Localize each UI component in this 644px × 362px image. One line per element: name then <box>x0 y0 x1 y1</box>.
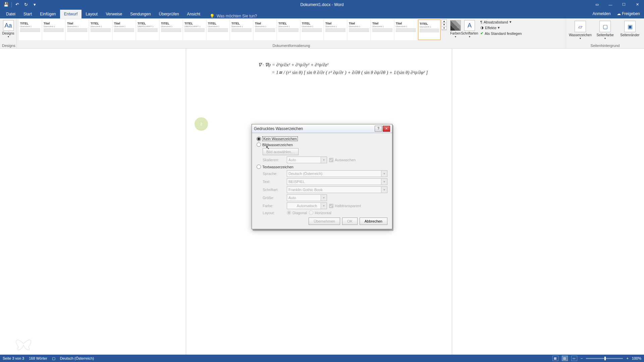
size-combo[interactable]: Auto▼ <box>287 194 327 201</box>
font-label: Schriftart: <box>263 188 285 192</box>
layout-diagonal-radio[interactable]: Diagonal <box>287 210 307 215</box>
ribbon-options-button[interactable]: ▭ <box>590 0 604 9</box>
tab-ueberpruefen[interactable]: Überprüfen <box>155 10 183 18</box>
radio-no-watermark[interactable] <box>257 137 261 141</box>
signin-link[interactable]: Anmelden <box>593 11 611 16</box>
fonts-icon: A <box>464 20 475 31</box>
radio-text-watermark[interactable] <box>257 165 261 169</box>
style-item[interactable]: TitelÜberschrift 1 <box>324 19 347 40</box>
select-picture-button[interactable]: Bild auswählen… <box>263 148 299 155</box>
ribbon: AaDesigns▾ Designs TITELÜberschrift 1Tit… <box>0 18 644 49</box>
apply-button[interactable]: Übernehmen <box>309 218 340 225</box>
zoom-level[interactable]: 100% <box>632 356 641 360</box>
semitransparent-checkbox[interactable]: Halbtransparent <box>329 204 361 208</box>
tell-me[interactable]: 💡Was möchten Sie tun? <box>204 14 257 18</box>
minimize-button[interactable]: — <box>604 0 617 9</box>
ribbon-right: Anmelden ☁ Freigeben <box>593 9 640 18</box>
close-button[interactable]: ✕ <box>631 0 644 9</box>
tab-sendungen[interactable]: Sendungen <box>126 10 155 18</box>
style-item[interactable]: TITELÜberschrift 1 <box>418 19 441 40</box>
dialog-close-button[interactable]: ✕ <box>383 126 390 132</box>
zoom-slider[interactable] <box>586 358 623 359</box>
dialog-title-bar[interactable]: Gedrucktes Wasserzeichen ? ✕ <box>252 124 392 133</box>
pageborders-button[interactable]: ▣Seitenränder <box>618 19 642 37</box>
gallery-scroll[interactable]: ▲▼▾ <box>441 19 447 30</box>
cancel-button[interactable]: Abbrechen <box>360 218 387 225</box>
style-item[interactable]: TITELÜberschrift 1 <box>160 19 182 40</box>
zoom-in-button[interactable]: + <box>626 356 628 360</box>
tab-ansicht[interactable]: Ansicht <box>183 10 204 18</box>
colors-button[interactable]: Farben▾ <box>449 19 462 38</box>
style-item[interactable]: TitelÜberschrift 1 <box>66 19 89 40</box>
watermark-dialog-wrap: Gedrucktes Wasserzeichen ? ✕ Kein Wasser… <box>252 124 392 229</box>
formula-block: ∇ · ∇ψ = ∂²ψ/∂x² + ∂²ψ/∂y² + ∂²ψ/∂z² = 1… <box>258 62 428 75</box>
style-item[interactable]: TITELÜBERSCHRIFT 1 <box>136 19 159 40</box>
butterfly-watermark-icon <box>13 335 34 352</box>
font-combo[interactable]: Franklin Gothic Book▼ <box>287 186 387 193</box>
view-read-button[interactable]: ▦ <box>552 356 558 361</box>
style-item[interactable]: TITELÜberschrift 1 <box>230 19 253 40</box>
style-item[interactable]: TitelÜberschrift 1 <box>113 19 136 40</box>
quick-access-toolbar: 💾 ↶ ↻ ▾ <box>0 1 38 8</box>
status-language[interactable]: Deutsch (Österreich) <box>60 356 94 360</box>
undo-button[interactable]: ↶ <box>14 1 20 8</box>
radio-picture-watermark[interactable] <box>257 142 261 147</box>
size-label: Größe: <box>263 196 285 200</box>
fonts-button[interactable]: ASchriftarten▾ <box>463 19 476 38</box>
style-item[interactable]: TitelÜberschrift 1 <box>254 19 276 40</box>
paragraph-spacing-button[interactable]: ¶ Absatzabstand ▾ <box>479 19 523 24</box>
view-print-button[interactable]: ▤ <box>562 356 568 361</box>
set-default-button[interactable]: ✔ Als Standard festlegen <box>479 31 523 36</box>
tab-layout[interactable]: Layout <box>82 10 102 18</box>
save-button[interactable]: 💾 <box>3 1 9 8</box>
watermark-button[interactable]: ▱Wasserzeichen▾ <box>568 19 592 40</box>
layout-horizontal-radio[interactable]: Horizontal <box>309 210 331 215</box>
tab-datei[interactable]: Datei <box>2 10 19 18</box>
chevron-down-icon: ▼ <box>381 171 387 177</box>
tab-start[interactable]: Start <box>19 10 36 18</box>
label-picture-watermark: Bildwasserzeichen <box>262 143 293 147</box>
tab-verweise[interactable]: Verweise <box>102 10 126 18</box>
ribbon-tabs: Datei Start Einfügen Entwurf Layout Verw… <box>0 9 644 18</box>
style-item[interactable]: TitelÜberschrift 1 <box>394 19 417 40</box>
pagecolor-icon: ▢ <box>599 21 611 32</box>
status-words[interactable]: 168 Wörter <box>29 356 47 360</box>
group-docformat-label: Dokumentformatierung <box>19 43 564 48</box>
redo-button[interactable]: ↻ <box>22 1 29 8</box>
label-text-watermark: Textwasserzeichen <box>262 165 293 169</box>
language-combo[interactable]: Deutsch (Österreich)▼ <box>287 170 387 177</box>
dialog-help-button[interactable]: ? <box>375 126 382 132</box>
pagecolor-button[interactable]: ▢Seitenfarbe▾ <box>593 19 617 40</box>
style-item[interactable]: TITELÜberschrift 1 <box>207 19 229 40</box>
style-item[interactable]: TitelÜberschrift 1 <box>42 19 65 40</box>
scale-combo[interactable]: Auto▼ <box>287 157 327 163</box>
highlight-marker: 2 <box>195 117 208 131</box>
text-combo[interactable]: BEISPIEL▼ <box>287 178 387 185</box>
style-item[interactable]: TitelÜberschrift 1 <box>347 19 370 40</box>
maximize-button[interactable]: ☐ <box>617 0 631 9</box>
effects-button[interactable]: ◑ Effekte ▾ <box>479 25 523 30</box>
ok-button[interactable]: OK <box>342 218 358 225</box>
qat-more-button[interactable]: ▾ <box>31 1 38 8</box>
color-combo[interactable]: Automatisch▼ <box>287 202 327 209</box>
share-button[interactable]: ☁ Freigeben <box>617 11 640 16</box>
view-web-button[interactable]: ▭ <box>571 356 577 361</box>
group-designs-label: Designs <box>2 43 14 48</box>
style-item[interactable]: TITELÜberschrift 1 <box>277 19 300 40</box>
style-item[interactable]: TITELÜBERSCHRIFT 1 <box>183 19 206 40</box>
designs-icon: Aa <box>3 20 14 31</box>
status-proof-icon[interactable]: ▢ <box>52 356 55 361</box>
style-item[interactable]: TITELÜberschrift 1 <box>301 19 323 40</box>
tab-einfuegen[interactable]: Einfügen <box>36 10 60 18</box>
style-item[interactable]: TITELÜberschrift 1 <box>89 19 112 40</box>
zoom-out-button[interactable]: − <box>581 356 583 360</box>
status-page[interactable]: Seite 3 von 3 <box>3 356 24 360</box>
layout-label: Layout: <box>263 211 285 215</box>
chevron-down-icon: ▼ <box>381 187 387 193</box>
washout-checkbox[interactable]: Auswaschen <box>329 158 356 162</box>
tab-entwurf[interactable]: Entwurf <box>60 10 82 18</box>
style-item[interactable]: TitelÜberschrift 1 <box>371 19 394 40</box>
style-item[interactable]: TITELÜberschrift 1 <box>19 19 42 40</box>
designs-button[interactable]: AaDesigns▾ <box>2 19 14 38</box>
dialog-title: Gedrucktes Wasserzeichen <box>254 126 303 131</box>
